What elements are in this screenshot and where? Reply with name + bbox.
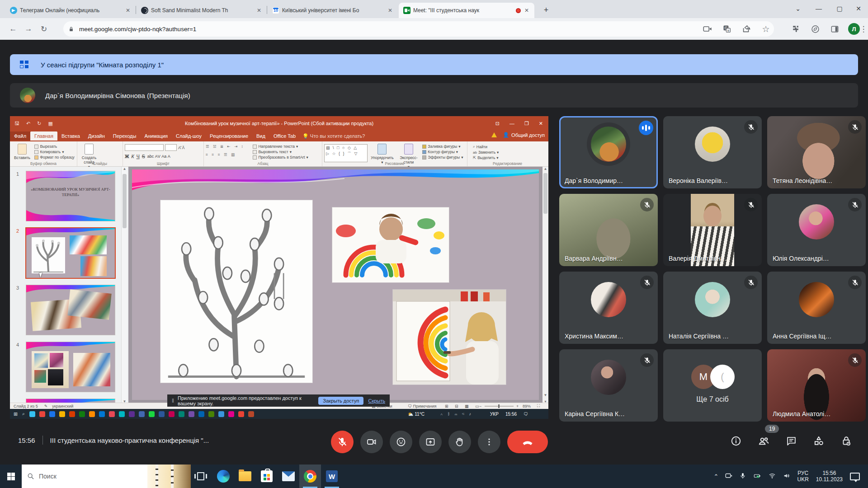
participant-tile[interactable]: Дар`я Володимир… [559, 116, 658, 188]
divider [42, 436, 43, 445]
raise-hand-button[interactable] [448, 431, 471, 453]
tray-battery-icon[interactable] [753, 472, 762, 481]
word-taskbar-icon[interactable]: W [321, 465, 343, 488]
banner-text: У сеансі підгрупи "Кімната розподілу 1" [41, 61, 164, 69]
cut-button: Вырезать [34, 144, 74, 149]
start-button[interactable] [0, 465, 22, 488]
chat-button[interactable] [784, 434, 798, 448]
translate-icon[interactable]: Gж [722, 23, 732, 34]
avatar [591, 127, 626, 162]
address-bar[interactable]: meet.google.com/cjw-ptdo-nqk?authuser=1 [63, 21, 774, 37]
tab-close-icon[interactable]: ✕ [124, 6, 132, 14]
reload-button[interactable]: ↻ [37, 22, 51, 36]
share-icon[interactable] [741, 23, 752, 34]
present-screen-button[interactable] [419, 431, 442, 453]
more-options-button[interactable] [478, 431, 500, 453]
task-view-button[interactable] [191, 465, 212, 488]
action-center-icon[interactable] [850, 473, 860, 480]
select-button: ⇱Выделить ▾ [473, 155, 499, 160]
store-taskbar-icon[interactable] [256, 465, 278, 488]
tab-close-icon[interactable]: ✕ [255, 6, 263, 14]
meeting-details-button[interactable] [729, 434, 743, 448]
tab-canva[interactable]: Soft Sand Minimalist Modern Th ✕ [137, 3, 267, 18]
tab-search-chevron-icon[interactable]: ⌄ [788, 0, 808, 17]
view-mode-buttons: ⊞ ⊟ ▦ ▭ [445, 404, 482, 408]
participant-tile[interactable]: Тетяна Леонідівна… [767, 116, 866, 188]
tray-wifi-icon[interactable] [768, 472, 776, 481]
zoom-in-button: + [516, 404, 519, 408]
tab-calendar[interactable]: 10 Київський університет імені Бо ✕ [268, 3, 398, 18]
tray-volume-icon[interactable] [783, 472, 791, 481]
mic-off-icon [744, 198, 758, 211]
tray-mic-icon[interactable] [739, 472, 746, 481]
search-highlight-image [147, 465, 191, 488]
back-button[interactable]: ← [6, 22, 20, 36]
meeting-info: 15:56 ІІІ студентська науково-практична … [18, 436, 209, 445]
avatar [799, 204, 834, 239]
zoom-out-button: − [479, 404, 481, 408]
meet-clock: 15:56 [18, 436, 35, 444]
activities-button[interactable] [811, 434, 826, 448]
participant-tile[interactable]: Христина Максим… [559, 272, 658, 344]
avatar [799, 282, 834, 317]
participant-tile[interactable]: Каріна Сергіївна К… [559, 349, 658, 422]
tray-chevron-icon[interactable]: ⌃ [714, 473, 719, 480]
stop-sharing-button: Закрыть доступ [318, 397, 363, 405]
shape-outline-button: Контур фигуры ▾ [422, 150, 463, 154]
window-close-button[interactable]: ✕ [848, 0, 868, 17]
find-button: ⌕Найти [473, 144, 499, 149]
window-maximize-button[interactable]: ▢ [829, 0, 850, 17]
tab-meet-active[interactable]: Meet: "ІІІ студентська наук ✕ [399, 3, 534, 18]
paste-button: Вставить [12, 144, 33, 160]
file-explorer-taskbar-icon[interactable] [234, 465, 256, 488]
taskbar-search[interactable]: Поиск [22, 465, 191, 488]
participant-name: Дар`я Володимир… [565, 177, 623, 184]
energy-saver-leaf-icon[interactable] [810, 23, 821, 34]
window-minimize-button[interactable]: — [808, 0, 829, 17]
hide-notice-link: Скрыть [368, 398, 385, 404]
font-name-box [125, 144, 164, 151]
leave-call-button[interactable] [507, 431, 548, 453]
system-tray: ⌃ РУСUKR 15:5610.11.2023 [714, 465, 868, 488]
participant-tile[interactable]: Юлія Олександрі… [767, 194, 866, 266]
participant-tile[interactable]: Варвара Андріївн… [559, 194, 658, 266]
browser-menu-icon[interactable]: ⋮ [858, 23, 868, 34]
side-panel-icon[interactable] [829, 23, 840, 34]
participant-tile[interactable]: Людмила Анатолі… [767, 349, 866, 422]
new-tab-button[interactable]: + [541, 5, 552, 15]
tab-telegram[interactable]: Телеграм Онлайн (неофициаль ✕ [5, 3, 136, 18]
blob-tree-drawing [160, 200, 312, 383]
mic-toggle-button-muted[interactable] [331, 431, 354, 453]
participant-tile[interactable]: Наталія Сергіївна … [663, 272, 762, 344]
browser-tab-bar: Телеграм Онлайн (неофициаль ✕ Soft Sand … [0, 0, 868, 18]
show-everyone-button[interactable] [756, 434, 771, 448]
participant-tile[interactable]: Анна Сергіївна Іщ… [767, 272, 866, 344]
ppt-tab-animation: Анимация [140, 131, 172, 141]
overflow-tile[interactable]: M ( Ще 7 осіб [663, 349, 762, 422]
reactions-button[interactable] [390, 431, 412, 453]
participant-name: Анна Сергіївна Іщ… [773, 333, 832, 340]
participant-tile[interactable]: Валерія Дмитрівн… [663, 194, 762, 266]
camera-toggle-button[interactable] [360, 431, 383, 453]
mail-taskbar-icon[interactable] [278, 465, 299, 488]
presentation-strip[interactable]: Дар`я Володимирівна Сімонова (Презентаці… [10, 83, 858, 108]
avatar [695, 127, 730, 162]
edge-taskbar-icon[interactable] [212, 465, 234, 488]
shape-effects-button: Эффекты фигуры ▾ [422, 155, 463, 160]
bookmark-star-icon[interactable]: ☆ [760, 23, 771, 34]
participant-name: Каріна Сергіївна К… [565, 410, 625, 418]
host-controls-button[interactable] [839, 434, 854, 448]
extensions-puzzle-icon[interactable] [790, 23, 801, 34]
language-indicator[interactable]: РУСUKR [797, 470, 808, 483]
fit-to-window-icon: ⛶ [537, 404, 540, 408]
taskbar-clock[interactable]: 15:5610.11.2023 [816, 470, 843, 483]
tray-cast-icon[interactable] [725, 472, 733, 481]
participant-tile[interactable]: Вероніка Валеріїв… [663, 116, 762, 188]
forward-button[interactable]: → [22, 22, 35, 36]
ppt-window-controls: ⊡—❐✕ [495, 116, 543, 131]
tab-close-icon[interactable]: ✕ [386, 6, 394, 14]
chrome-taskbar-icon[interactable] [299, 465, 321, 488]
ppt-tab-officetab: Office Tab [269, 131, 300, 141]
camera-access-icon[interactable] [702, 23, 713, 34]
tab-close-icon[interactable]: ✕ [523, 6, 531, 14]
